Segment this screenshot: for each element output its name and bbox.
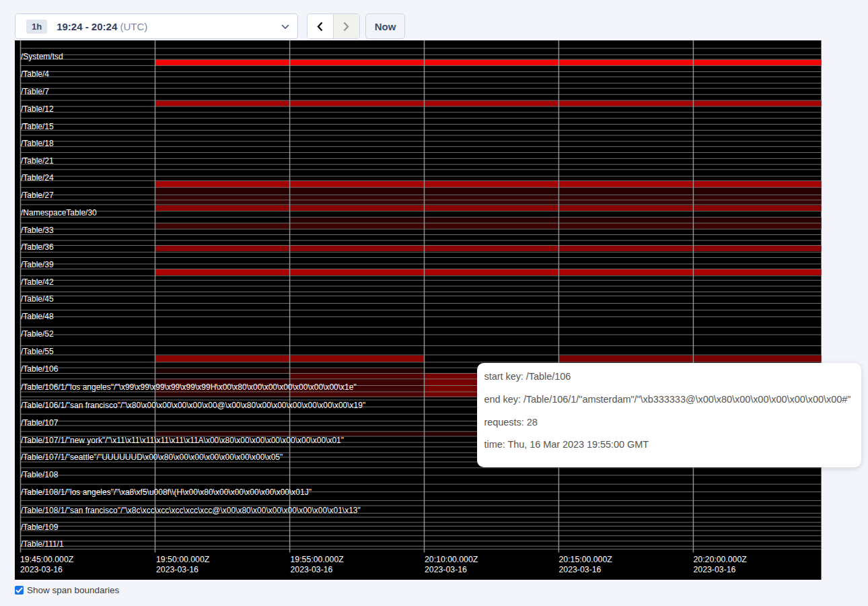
- svg-text:2023-03-16: 2023-03-16: [20, 564, 63, 574]
- svg-text:2023-03-16: 2023-03-16: [425, 564, 467, 574]
- svg-text:/Table/33: /Table/33: [21, 225, 54, 234]
- svg-text:/Table/45: /Table/45: [21, 294, 54, 304]
- svg-text:/Table/108/1/"los angeles"/"\x: /Table/108/1/"los angeles"/"\xa8\xf5\u00…: [21, 487, 312, 497]
- svg-text:/Table/106/1/"los angeles"/"\x: /Table/106/1/"los angeles"/"\x99\x99\x99…: [21, 382, 357, 392]
- svg-text:/Table/111/1: /Table/111/1: [21, 539, 64, 549]
- svg-text:/Table/36: /Table/36: [21, 242, 54, 252]
- svg-text:2023-03-16: 2023-03-16: [156, 564, 198, 574]
- svg-text:/Table/52: /Table/52: [21, 329, 54, 339]
- svg-text:20:20:00.000Z: 20:20:00.000Z: [694, 554, 748, 564]
- svg-text:/Table/42: /Table/42: [21, 277, 54, 286]
- svg-text:/Table/107/1/"new york"/"\x11\: /Table/107/1/"new york"/"\x11\x11\x11\x1…: [21, 435, 344, 444]
- svg-text:/Table/108: /Table/108: [21, 470, 59, 479]
- svg-text:20:10:00.000Z: 20:10:00.000Z: [425, 554, 478, 564]
- svg-text:/Table/27: /Table/27: [21, 191, 54, 200]
- svg-text:2023-03-16: 2023-03-16: [559, 564, 602, 574]
- svg-text:2023-03-16: 2023-03-16: [694, 564, 736, 574]
- svg-text:19:50:00.000Z: 19:50:00.000Z: [156, 554, 210, 564]
- svg-text:/Table/24: /Table/24: [21, 173, 54, 182]
- svg-text:/NamespaceTable/30: /NamespaceTable/30: [21, 208, 97, 217]
- svg-text:19:55:00.000Z: 19:55:00.000Z: [291, 554, 345, 564]
- svg-text:19:45:00.000Z: 19:45:00.000Z: [20, 554, 74, 564]
- svg-text:/Table/12: /Table/12: [21, 104, 54, 113]
- svg-text:/Table/4: /Table/4: [21, 69, 49, 79]
- svg-text:/Table/15: /Table/15: [21, 121, 54, 131]
- svg-text:/System/tsd: /System/tsd: [21, 52, 63, 61]
- svg-text:/Table/7: /Table/7: [21, 86, 49, 96]
- svg-text:2023-03-16: 2023-03-16: [291, 564, 333, 574]
- svg-text:/Table/39: /Table/39: [21, 259, 54, 269]
- svg-text:/Table/106/1/"san francisco"/": /Table/106/1/"san francisco"/"\x80\x00\x…: [21, 400, 365, 409]
- svg-text:/Table/18: /Table/18: [21, 139, 54, 148]
- svg-text:/Table/48: /Table/48: [21, 312, 54, 321]
- svg-text:/Table/109: /Table/109: [21, 522, 59, 531]
- svg-text:20:15:00.000Z: 20:15:00.000Z: [559, 554, 613, 564]
- svg-text:/Table/106: /Table/106: [21, 364, 59, 373]
- svg-text:/Table/21: /Table/21: [21, 156, 54, 165]
- svg-text:/Table/108/1/"san francisco"/": /Table/108/1/"san francisco"/"\x8c\xcc\x…: [21, 506, 361, 515]
- svg-text:/Table/107: /Table/107: [21, 417, 59, 427]
- svg-text:/Table/55: /Table/55: [21, 346, 54, 356]
- svg-text:/Table/107/1/"seattle"/"UUUUUU: /Table/107/1/"seattle"/"UUUUUUD\x00\x80\…: [21, 452, 283, 462]
